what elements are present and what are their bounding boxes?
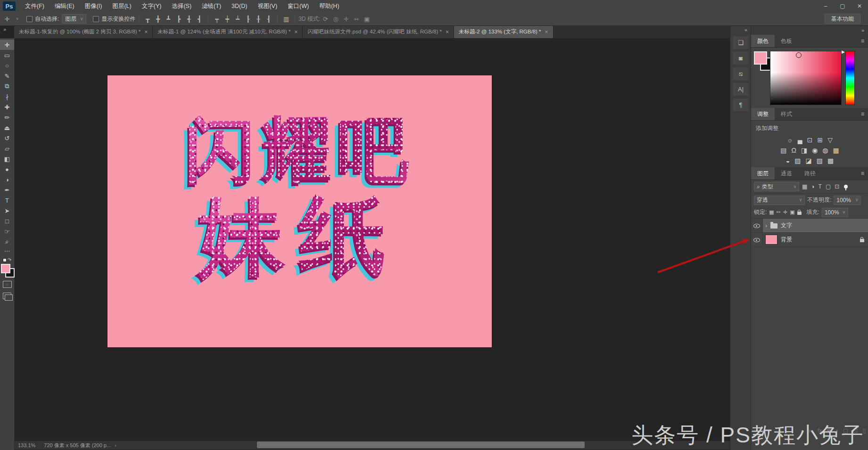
- menu-file[interactable]: 文件(F): [20, 0, 50, 12]
- align-right-edges-icon[interactable]: ┫: [196, 16, 203, 23]
- color-balance-icon[interactable]: Ω: [791, 147, 796, 154]
- menu-help[interactable]: 帮助(H): [314, 0, 344, 12]
- libraries-panel-icon[interactable]: ⧅: [733, 67, 749, 80]
- hue-slider[interactable]: [845, 51, 855, 105]
- group-expand-icon[interactable]: ›: [765, 222, 767, 229]
- zoom-level[interactable]: 133.1%: [14, 442, 39, 448]
- tab-styles[interactable]: 样式: [775, 108, 798, 120]
- blur-tool[interactable]: ●: [0, 164, 14, 174]
- zoom-tool[interactable]: ⌕: [0, 237, 14, 247]
- tab-adjustments[interactable]: 调整: [751, 108, 775, 120]
- dodge-tool[interactable]: ◑: [0, 174, 14, 185]
- filter-pixel-layers-icon[interactable]: ▦: [802, 183, 807, 190]
- 3d-pan-icon[interactable]: ✛: [343, 16, 349, 23]
- layer-filtering-toggle-icon[interactable]: [844, 185, 848, 188]
- align-left-edges-icon[interactable]: ┣: [175, 16, 182, 23]
- align-horizontal-centers-icon[interactable]: ╉: [186, 16, 192, 23]
- distribute-top-edges-icon[interactable]: ┯: [214, 16, 220, 23]
- tool-preset-caret-icon[interactable]: ˅: [14, 16, 21, 21]
- menu-window[interactable]: 窗口(W): [282, 0, 314, 12]
- posterize-icon[interactable]: ▨: [794, 157, 801, 164]
- filter-type-layers-icon[interactable]: T: [818, 183, 822, 190]
- layer-visibility-cell[interactable]: [751, 233, 763, 246]
- filter-smart-objects-icon[interactable]: ⊡: [835, 183, 839, 190]
- 3d-orbit-icon[interactable]: ⟳: [322, 16, 329, 23]
- menu-view[interactable]: 视图(V): [252, 0, 282, 12]
- document-tab-3[interactable]: 闪耀吧妹纸源文件.psd @ 42.4% (闪耀吧 妹纸, RGB/8) * ×: [303, 25, 454, 38]
- eraser-tool[interactable]: ▱: [0, 143, 14, 154]
- curves-icon[interactable]: ⊡: [807, 136, 813, 144]
- path-selection-tool[interactable]: ➤: [0, 205, 14, 216]
- history-panel-icon[interactable]: ❏: [733, 36, 749, 49]
- tab-color[interactable]: 颜色: [751, 35, 775, 47]
- document-tab-1[interactable]: 未标题-1-恢复的 @ 100% (椭圆 2 拷贝 3, RGB/8) * ×: [14, 25, 153, 38]
- brightness-contrast-icon[interactable]: ☼: [787, 136, 793, 144]
- tab-paths[interactable]: 路径: [798, 167, 822, 180]
- quick-mask-icon[interactable]: ◌: [3, 281, 12, 288]
- hand-tool[interactable]: ☞: [0, 226, 14, 237]
- auto-select-target-dropdown[interactable]: 图层 ˅: [62, 14, 86, 24]
- show-transform-checkbox[interactable]: [93, 16, 99, 22]
- crop-tool[interactable]: ⧉: [0, 81, 14, 91]
- brush-tool[interactable]: ✏: [0, 112, 14, 123]
- layer-row-background[interactable]: 背景: [751, 233, 868, 247]
- shape-tool[interactable]: □: [0, 216, 14, 226]
- properties-panel-icon[interactable]: ◙: [733, 52, 749, 65]
- 3d-roll-icon[interactable]: ◎: [332, 16, 339, 23]
- tab-swatches[interactable]: 色板: [775, 35, 798, 47]
- close-icon[interactable]: ×: [545, 29, 548, 35]
- levels-icon[interactable]: ▄: [798, 136, 802, 144]
- tab-channels[interactable]: 通道: [775, 167, 798, 180]
- 3d-slide-icon[interactable]: ⇿: [353, 16, 360, 23]
- vibrance-icon[interactable]: ▽: [827, 136, 833, 144]
- paragraph-panel-icon[interactable]: ¶: [733, 98, 749, 111]
- maximize-button[interactable]: ▢: [834, 0, 851, 12]
- filter-shape-layers-icon[interactable]: ▢: [826, 183, 831, 190]
- distribute-bottom-edges-icon[interactable]: ┷: [234, 16, 241, 23]
- move-tool[interactable]: ✛: [0, 40, 14, 50]
- layer-filter-type-dropdown[interactable]: ⌕ 类型 ˅: [754, 182, 799, 191]
- document-tab-2[interactable]: 未标题-1 @ 124% (全场通用 满100元 减10元, RGB/8) * …: [153, 25, 303, 38]
- panel-menu-icon[interactable]: ≡: [861, 108, 868, 120]
- pen-tool[interactable]: ✒: [0, 185, 14, 195]
- close-icon[interactable]: ×: [144, 29, 148, 35]
- color-lookup-icon[interactable]: ▦: [833, 147, 839, 154]
- lasso-tool[interactable]: ○: [0, 60, 14, 71]
- invert-icon[interactable]: ◒: [786, 157, 790, 164]
- layer-visibility-cell[interactable]: [751, 219, 763, 232]
- marquee-tool[interactable]: ▭: [0, 50, 14, 60]
- align-bottom-edges-icon[interactable]: ┻: [165, 16, 172, 23]
- character-panel-icon[interactable]: A|: [733, 83, 749, 96]
- menu-edit[interactable]: 编辑(E): [50, 0, 80, 12]
- distribute-right-edges-icon[interactable]: ┨: [265, 16, 272, 23]
- minimize-button[interactable]: –: [817, 0, 834, 12]
- menu-type[interactable]: 文字(Y): [137, 0, 167, 12]
- layer-name[interactable]: 背景: [781, 236, 792, 244]
- align-vertical-centers-icon[interactable]: ╋: [155, 16, 161, 23]
- panel-menu-icon[interactable]: ≡: [861, 167, 868, 180]
- color-picker-marker[interactable]: [796, 52, 802, 58]
- workspace-switcher[interactable]: 基本功能: [825, 14, 860, 24]
- hue-saturation-icon[interactable]: ▤: [780, 147, 786, 154]
- distribute-left-edges-icon[interactable]: ┠: [245, 16, 251, 23]
- eyedropper-tool[interactable]: ∤: [0, 91, 14, 102]
- history-brush-tool[interactable]: ↺: [0, 133, 14, 143]
- horizontal-scrollbar-thumb[interactable]: [257, 442, 585, 448]
- fill-dropdown[interactable]: 100% ˅: [822, 208, 848, 217]
- filter-adjustment-layers-icon[interactable]: ◑: [811, 183, 814, 190]
- quick-selection-tool[interactable]: ✎: [0, 71, 14, 81]
- auto-align-layers-icon[interactable]: ▥: [283, 16, 289, 23]
- photo-filter-icon[interactable]: ◉: [812, 147, 818, 154]
- healing-brush-tool[interactable]: ✚: [0, 102, 14, 112]
- exposure-icon[interactable]: ⊞: [817, 136, 823, 144]
- document-tab-4-active[interactable]: 未标题-2 @ 133% (文字, RGB/8) * ×: [454, 25, 554, 38]
- close-icon[interactable]: ×: [294, 29, 298, 35]
- type-tool[interactable]: T: [0, 195, 14, 205]
- foreground-color-swatch[interactable]: [1, 264, 10, 273]
- opacity-dropdown[interactable]: 100% ˅: [834, 196, 861, 205]
- black-white-icon[interactable]: ◨: [801, 147, 807, 154]
- 3d-zoom-icon[interactable]: ▣: [364, 16, 370, 23]
- auto-select-checkbox[interactable]: [26, 16, 33, 22]
- lock-artboard-icon[interactable]: ▣: [790, 209, 794, 215]
- menu-3d[interactable]: 3D(D): [226, 0, 252, 12]
